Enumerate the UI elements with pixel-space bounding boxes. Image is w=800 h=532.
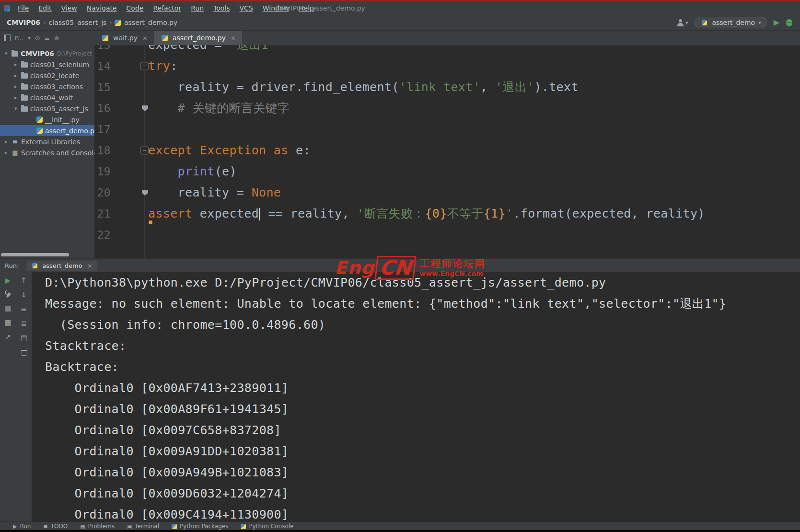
chevron-right-icon[interactable]: ▸	[5, 150, 12, 156]
run-tab-assert-demo[interactable]: assert_demo ×	[26, 261, 96, 271]
tab-assert-demo-py[interactable]: assert_demo.py ×	[154, 31, 242, 45]
scroll-to-end-icon[interactable]: ≣	[21, 320, 27, 327]
toolwindow-python-console[interactable]: Python Console	[234, 523, 300, 530]
toolwindow-problems[interactable]: ▦ Problems	[74, 523, 121, 530]
console-line: Ordinal0 [0x009D6032+1204274]	[45, 483, 800, 504]
menu-tools[interactable]: Tools	[209, 4, 235, 12]
print-icon[interactable]: ▤	[20, 335, 27, 342]
close-icon[interactable]: ×	[231, 35, 236, 42]
down-stack-icon[interactable]: ↓	[21, 291, 27, 299]
code-line-20[interactable]: 20 reality = None	[94, 182, 800, 203]
tree-item-class03-actions[interactable]: ▸ class03_actions	[0, 81, 94, 92]
project-toolwindow-icon[interactable]	[4, 35, 11, 41]
menu-view[interactable]: View	[57, 4, 82, 12]
menu-code[interactable]: Code	[122, 4, 149, 12]
fold-collapse-icon[interactable]: −	[140, 62, 149, 70]
chevron-down-icon[interactable]: ▾	[5, 50, 12, 57]
tree-item-assert-demo-py[interactable]: assert_demo.py	[0, 125, 94, 136]
user-menu[interactable]: ▾	[677, 19, 688, 26]
tree-item-class02-locate[interactable]: ▸ class02_locate	[0, 70, 94, 81]
code-text[interactable]: except Exception as e:	[144, 140, 311, 161]
tab-wait-py[interactable]: wait.py ×	[94, 31, 154, 45]
caret-position-marker	[149, 220, 152, 224]
soft-wrap-icon[interactable]: ≡	[21, 306, 27, 313]
locate-icon[interactable]: ⊙	[35, 35, 40, 42]
menu-edit[interactable]: Edit	[34, 4, 56, 12]
tree-item-class01-selenium[interactable]: ▸ class01_selenium	[0, 59, 94, 70]
code-line-16[interactable]: 16 # 关键的断言关键字	[94, 98, 800, 119]
chevron-right-icon[interactable]: ▸	[14, 72, 21, 79]
code-line-18[interactable]: 18 − except Exception as e:	[94, 140, 800, 161]
chevron-right-icon[interactable]: ▸	[14, 61, 21, 68]
breadcrumb-folder[interactable]: class05_assert_js	[47, 19, 109, 26]
code-text[interactable]: reality = None	[144, 182, 281, 203]
code-text[interactable]: try:	[144, 56, 178, 77]
breadcrumb-file[interactable]: assert_demo.py	[122, 19, 179, 26]
chevron-down-icon: ▾	[758, 20, 761, 26]
toolwindow-python-packages[interactable]: Python Packages	[165, 523, 234, 530]
gutter	[111, 45, 144, 56]
chevron-right-icon[interactable]: ▸	[5, 139, 12, 145]
code-line-13[interactable]: 13 expected = '退出1'	[94, 45, 800, 56]
tree-item-scratches[interactable]: ▸ ▦ Scratches and Console	[0, 147, 94, 158]
code-text[interactable]: print(e)	[144, 161, 237, 182]
code-text[interactable]: assert expected == reality, '断言失败：{0}不等于…	[144, 203, 705, 224]
tree-item-external-libraries[interactable]: ▸ ≣ External Libraries	[0, 136, 94, 147]
tree-item-init-py[interactable]: __init__.py	[0, 114, 94, 125]
menu-file[interactable]: File	[13, 4, 34, 12]
debug-button[interactable]	[786, 19, 792, 26]
code-line-19[interactable]: 19 print(e)	[94, 161, 800, 182]
rerun-button[interactable]: ▶	[5, 277, 11, 284]
up-stack-icon[interactable]: ↑	[21, 277, 27, 284]
user-icon	[677, 19, 684, 26]
toolwindow-terminal[interactable]: ▣ Terminal	[121, 523, 165, 530]
clear-console-icon[interactable]	[21, 349, 27, 356]
close-icon[interactable]: ×	[87, 262, 93, 269]
menu-navigate[interactable]: Navigate	[82, 4, 122, 12]
code-text[interactable]: reality = driver.find_element('link text…	[144, 77, 579, 98]
project-panel-title[interactable]: P...	[15, 35, 23, 42]
tree-item-cmvip06[interactable]: ▾ CMVIP06 D:\PyProject	[0, 48, 94, 59]
close-icon[interactable]: ×	[142, 35, 148, 42]
gear-icon[interactable]: ⊛	[54, 35, 59, 42]
code-line-15[interactable]: 15 reality = driver.find_element('link t…	[94, 77, 800, 98]
code-editor[interactable]: 13 expected = '退出1' 14 − try: 15 reality…	[94, 45, 800, 258]
tree-item-class05-assert-js[interactable]: ▾ class05_assert_js	[0, 103, 94, 114]
stop-button[interactable]: ■	[4, 305, 11, 312]
code-text[interactable]	[144, 224, 148, 245]
line-number: 17	[94, 119, 111, 140]
chevron-right-icon[interactable]: ▸	[14, 83, 21, 90]
run-button[interactable]: ▶	[774, 19, 779, 26]
menu-vcs[interactable]: VCS	[235, 4, 258, 12]
horizontal-scrollbar[interactable]	[1, 253, 69, 256]
code-text[interactable]: expected = '退出1'	[144, 45, 276, 56]
collapse-all-icon[interactable]: ≡	[45, 35, 50, 42]
fold-collapse-icon[interactable]: −	[140, 147, 149, 155]
python-file-icon	[162, 35, 168, 41]
menu-refactor[interactable]: Refactor	[148, 4, 186, 12]
chevron-down-icon[interactable]: ▾	[14, 105, 21, 112]
code-text[interactable]: # 关键的断言关键字	[144, 98, 290, 119]
tree-item-class04-wait[interactable]: ▸ class04_wait	[0, 92, 94, 103]
chevron-right-icon[interactable]: ▸	[14, 94, 21, 101]
watermark-eng: Eng	[335, 259, 374, 277]
toolwindow-todo[interactable]: ≡ TODO	[37, 523, 74, 530]
code-line-21[interactable]: 21 assert expected == reality, '断言失败：{0}…	[94, 203, 800, 224]
code-line-14[interactable]: 14 − try:	[94, 56, 800, 77]
code-text[interactable]	[144, 119, 148, 140]
console-line: Ordinal0 [0x009A949B+1021083]	[45, 462, 800, 483]
tree-item-label: class02_locate	[30, 72, 79, 80]
breadcrumb-project[interactable]: CMVIP06	[5, 19, 42, 26]
code-line-17[interactable]: 17	[94, 119, 800, 140]
pycharm-window: File Edit View Navigate Code Refactor Ru…	[0, 0, 800, 532]
external-link-icon[interactable]: ↗	[5, 334, 11, 341]
code-line-22[interactable]: 22	[94, 224, 800, 245]
settings-wrench-icon[interactable]	[5, 291, 12, 298]
run-panel-title: Run:	[5, 262, 19, 269]
watermark-cn: CN	[375, 256, 417, 280]
run-console-output[interactable]: D:\Python38\python.exe D:/PyProject/CMVI…	[32, 272, 800, 521]
toolwindow-run[interactable]: ▶ Run	[7, 523, 37, 530]
menu-run[interactable]: Run	[186, 4, 209, 12]
restore-layout-icon[interactable]: ▦	[4, 319, 11, 326]
run-configuration-select[interactable]: assert_demo ▾	[695, 17, 766, 28]
